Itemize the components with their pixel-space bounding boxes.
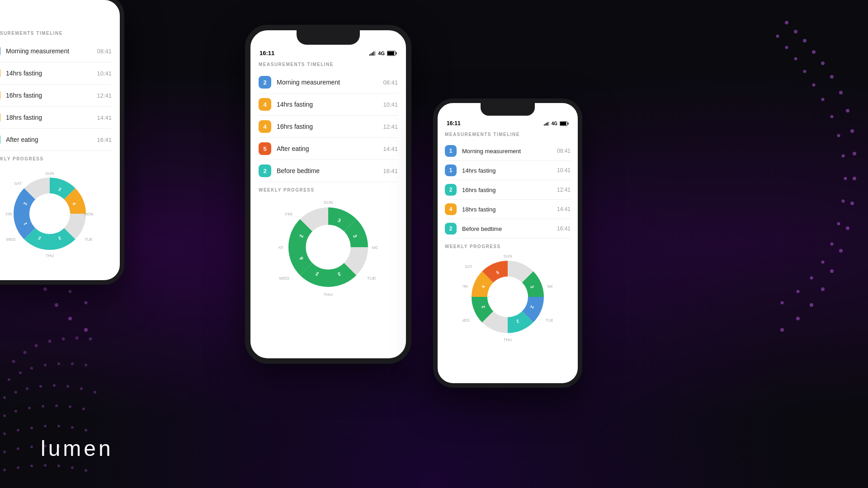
svg-text:FRI: FRI xyxy=(285,211,292,216)
svg-point-54 xyxy=(48,340,52,343)
svg-point-51 xyxy=(12,360,15,363)
svg-point-55 xyxy=(62,338,65,341)
svg-point-16 xyxy=(55,303,58,307)
item-name: 18hrs fasting xyxy=(462,206,552,213)
svg-point-52 xyxy=(24,351,27,354)
svg-point-105 xyxy=(821,61,825,65)
svg-point-70 xyxy=(66,385,69,388)
badge-3: 3 xyxy=(0,89,0,102)
badge-1: 1 xyxy=(0,45,0,57)
svg-point-74 xyxy=(14,410,17,413)
donut-chart-right: 3 2 2 2 4 5 SUN xyxy=(462,252,553,342)
svg-text:MON: MON xyxy=(547,284,553,289)
svg-text:MON: MON xyxy=(84,212,94,216)
phone-left: MEASUREMENTS TIMELINE 1 Morning measurem… xyxy=(0,0,124,285)
svg-point-87 xyxy=(3,450,6,453)
item-time: 12:41 xyxy=(97,92,112,99)
item-name: Morning measurement xyxy=(462,148,552,155)
svg-point-187 xyxy=(487,277,528,317)
svg-rect-175 xyxy=(546,122,547,125)
dots-right xyxy=(769,0,868,488)
svg-point-128 xyxy=(842,155,845,158)
svg-point-107 xyxy=(839,91,843,94)
brand-logo: lumen xyxy=(41,436,113,461)
network-label: 4G xyxy=(378,51,385,56)
item-name: After eating xyxy=(277,145,377,152)
svg-point-120 xyxy=(776,35,779,38)
svg-point-86 xyxy=(85,429,87,432)
svg-point-81 xyxy=(17,429,19,432)
svg-point-67 xyxy=(26,387,28,390)
svg-point-132 xyxy=(830,243,834,246)
svg-point-123 xyxy=(803,70,807,73)
svg-rect-176 xyxy=(547,122,548,126)
svg-point-56 xyxy=(75,337,79,340)
list-item: 2 Before bedtime 16:41 xyxy=(259,160,398,182)
svg-text:FRI: FRI xyxy=(6,212,13,216)
svg-point-78 xyxy=(69,405,71,408)
svg-point-75 xyxy=(28,407,31,409)
svg-rect-158 xyxy=(387,52,394,55)
svg-text:THU: THU xyxy=(46,253,54,258)
svg-point-57 xyxy=(89,338,92,341)
svg-rect-154 xyxy=(373,52,374,56)
svg-point-112 xyxy=(850,202,854,205)
svg-rect-177 xyxy=(548,122,549,126)
status-time-center: 16:11 xyxy=(259,50,274,56)
svg-point-110 xyxy=(853,152,856,155)
weekly-title-left: WEEKLY PROGRESS xyxy=(0,156,112,161)
svg-point-88 xyxy=(17,447,19,450)
svg-point-17 xyxy=(68,317,72,320)
phone-center: 16:11 4G MEASUREMENTS TIMELINE 2 Morning… xyxy=(245,25,411,364)
item-time: 12:41 xyxy=(383,123,398,130)
svg-point-68 xyxy=(39,385,42,388)
badge: 4 xyxy=(445,203,457,215)
list-item: 4 16hrs fasting 12:41 xyxy=(259,116,398,138)
svg-point-63 xyxy=(71,362,74,365)
list-item: 3 After eating 16:41 xyxy=(0,129,112,151)
list-item: 4 18hrs fasting 14:41 xyxy=(445,200,571,219)
list-item: 1 Morning measurement 08:41 xyxy=(0,40,112,62)
svg-point-129 xyxy=(844,177,847,180)
item-time: 16:41 xyxy=(383,168,398,174)
svg-point-108 xyxy=(846,109,849,113)
svg-point-114 xyxy=(839,249,843,253)
svg-text:THU: THU xyxy=(324,292,333,297)
svg-point-89 xyxy=(30,446,33,448)
donut-chart-center: 3 3 3 2 6 2 xyxy=(278,197,378,297)
svg-point-118 xyxy=(796,317,800,320)
svg-point-95 xyxy=(17,466,19,469)
svg-point-96 xyxy=(30,465,33,467)
svg-text:WED: WED xyxy=(279,276,289,281)
svg-point-117 xyxy=(810,303,813,307)
svg-point-124 xyxy=(812,84,816,87)
svg-text:MON: MON xyxy=(372,245,378,250)
svg-text:SUN: SUN xyxy=(503,254,512,258)
svg-point-97 xyxy=(44,464,47,467)
network-label-right: 4G xyxy=(552,121,557,126)
svg-point-104 xyxy=(812,50,816,54)
item-time: 08:41 xyxy=(97,48,112,55)
badge: 1 xyxy=(445,145,457,157)
item-name: 14hrs fasting xyxy=(462,167,552,174)
svg-point-53 xyxy=(35,344,38,347)
donut-chart-left: 2 4 3 2 1 2 xyxy=(5,169,95,259)
svg-point-131 xyxy=(837,222,840,225)
list-item: 4 14hrs fasting 10:41 xyxy=(259,94,398,116)
item-name: Before bedtime xyxy=(277,167,377,174)
item-name: Morning measurement xyxy=(277,79,377,86)
svg-point-83 xyxy=(44,425,47,427)
svg-point-106 xyxy=(830,75,834,79)
svg-point-122 xyxy=(794,57,797,61)
svg-point-111 xyxy=(853,177,856,180)
svg-point-143 xyxy=(29,193,70,234)
svg-point-119 xyxy=(780,328,784,332)
list-item: 1 14hrs fasting 10:41 xyxy=(445,161,571,180)
list-item: 3 16hrs fasting 12:41 xyxy=(0,84,112,107)
badge-2: 2 xyxy=(0,67,0,80)
badge: 2 xyxy=(259,76,271,89)
svg-point-80 xyxy=(3,432,6,435)
svg-point-84 xyxy=(57,425,60,427)
item-name: 16hrs fasting xyxy=(6,92,91,99)
weekly-title-center: WEEKLY PROGRESS xyxy=(259,188,398,192)
